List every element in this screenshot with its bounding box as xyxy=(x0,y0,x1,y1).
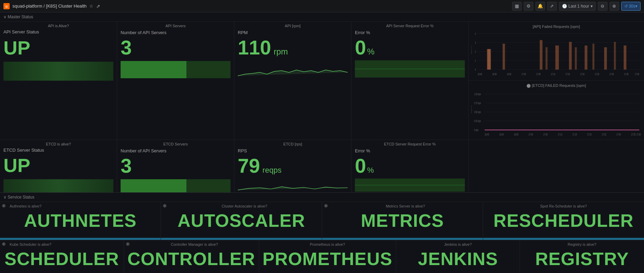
master-status-header[interactable]: ∨ Master Status xyxy=(0,12,644,22)
etcd-right-spacer xyxy=(469,140,644,192)
svg-text:Ops/s: Ops/s xyxy=(471,105,472,114)
zoom-in-icon[interactable]: ⊕ xyxy=(610,2,619,11)
bar-chart-icon[interactable]: ▦ xyxy=(512,2,522,11)
api-rpm-value: 110 xyxy=(238,36,271,59)
rescheduler-name: RESCHEDULER xyxy=(487,210,641,232)
svg-text:17:05: 17:05 xyxy=(543,132,548,136)
etcd-rps-panel: ETCD [rps] RPS 79 reqps xyxy=(234,140,351,192)
master-status-grid: API is Alive? API Server Status UP API S… xyxy=(0,22,644,140)
service-row-2: i Kube Scheduler is alive? SCHEDULER i C… xyxy=(0,240,644,273)
refresh-button[interactable]: ↺ 30s ▾ xyxy=(621,2,641,11)
svg-text:1: 1 xyxy=(475,59,476,62)
service-panel-jenkins: Jenkins is alive? JENKINS xyxy=(396,240,520,273)
registry-name: REGISTRY xyxy=(523,248,641,270)
svg-text:17:20: 17:20 xyxy=(580,72,585,76)
svg-text:0: 0 xyxy=(475,68,476,71)
refresh-chevron: ▾ xyxy=(635,4,637,9)
star-icon[interactable]: ☆ xyxy=(89,3,93,9)
etcd-error-label: Error % xyxy=(351,147,468,153)
api-failed-chart-title: [API] Failed Requests [opm] xyxy=(469,23,644,29)
api-rpm-label: RPM xyxy=(234,29,351,35)
share-dashboard-icon[interactable]: ⇗ xyxy=(547,2,557,11)
etcd-servers-value: 3 xyxy=(117,153,234,177)
svg-rect-26 xyxy=(624,46,626,70)
svg-text:17:05: 17:05 xyxy=(536,72,541,76)
etcd-rps-value: 79 xyxy=(238,154,260,177)
svg-rect-18 xyxy=(545,47,548,70)
prometheus-title: Prometheus is alive? xyxy=(263,242,392,246)
controller-name: CONTROLLER xyxy=(127,248,255,270)
svg-text:16:45: 16:45 xyxy=(478,72,482,76)
etcd-alive-title: ETCD is alive? xyxy=(0,140,117,147)
refresh-label: 30s xyxy=(629,4,635,9)
svg-text:16:45: 16:45 xyxy=(485,132,489,136)
scheduler-title: Kube Scheduler is alive? xyxy=(3,242,120,246)
svg-text:17:15: 17:15 xyxy=(573,132,577,136)
jenkins-name: JENKINS xyxy=(400,248,517,270)
api-rpm-panel: API [rpm] RPM 110 rpm xyxy=(234,22,351,140)
service-panel-scheduler: i Kube Scheduler is alive? SCHEDULER xyxy=(0,240,124,273)
svg-rect-24 xyxy=(604,47,607,70)
svg-text:16:50: 16:50 xyxy=(492,72,497,76)
svg-text:0.75 ops: 0.75 ops xyxy=(474,101,481,105)
api-error-label: Error % xyxy=(351,29,468,35)
refresh-icon: ↺ xyxy=(624,4,628,9)
etcd-status-grid: ETCD is alive? ETCD Server Status UP ETC… xyxy=(0,140,644,193)
svg-text:0.25 ops: 0.25 ops xyxy=(474,119,481,123)
topbar: G squad-platform / [K8S] Cluster Health … xyxy=(0,0,644,12)
svg-rect-19 xyxy=(555,46,559,70)
service-panel-rescheduler: Spot Re-Scheduler is alive? RESCHEDULER xyxy=(483,202,644,240)
service-status-header[interactable]: ∨ Service Status xyxy=(0,193,644,202)
authnetes-name: AUTHNETES xyxy=(3,210,157,232)
metrics-name: METRICS xyxy=(326,210,479,232)
svg-text:4: 4 xyxy=(475,32,476,36)
panel-indicator: i xyxy=(2,204,6,208)
topbar-left: G squad-platform / [K8S] Cluster Health … xyxy=(3,3,100,9)
api-rpm-title: API [rpm] xyxy=(234,22,351,29)
zoom-out-icon[interactable]: ⊖ xyxy=(598,2,607,11)
time-range-picker[interactable]: 🕐 Last 1 hour ▾ xyxy=(559,2,596,11)
etcd-failed-chart-title: ⬤ [ETCD] FAILED Requests [opm] xyxy=(469,82,644,88)
rescheduler-title: Spot Re-Scheduler is alive? xyxy=(487,204,641,208)
chevron-down-icon: ▾ xyxy=(591,4,593,9)
etcd-alive-panel: ETCD is alive? ETCD Server Status UP xyxy=(0,140,117,192)
etcd-error-unit: % xyxy=(367,166,374,174)
svg-text:17:30: 17:30 xyxy=(610,72,614,76)
svg-text:16:55: 16:55 xyxy=(507,72,511,76)
share-icon[interactable]: ⇗ xyxy=(96,3,100,9)
etcd-rps-label: RPS xyxy=(234,147,351,153)
api-status-value: UP xyxy=(3,37,30,59)
svg-text:17:40: 17:40 xyxy=(635,72,639,76)
metrics-title: Metrics Server is alive? xyxy=(326,204,479,208)
svg-text:17:35: 17:35 xyxy=(624,72,628,76)
svg-text:G: G xyxy=(6,4,8,8)
api-server-label: API Server Status xyxy=(0,29,117,34)
svg-rect-21 xyxy=(575,47,577,70)
autoscaler-title: Cluster Autoscaler is alive? xyxy=(164,204,318,208)
etcd-error-value: 0 xyxy=(355,154,366,177)
api-servers-value: 3 xyxy=(117,35,234,59)
settings-icon[interactable]: ⚙ xyxy=(524,2,533,11)
api-alive-title: API is Alive? xyxy=(0,22,117,29)
svg-rect-15 xyxy=(487,49,490,69)
api-servers-panel: API Servers Number of API Servers 3 xyxy=(117,22,234,140)
api-servers-title: API Servers xyxy=(117,22,234,29)
etcd-rps-title: ETCD [rps] xyxy=(234,140,351,147)
svg-rect-16 xyxy=(503,44,505,70)
api-rpm-unit: rpm xyxy=(274,47,288,56)
api-error-title: API Server Request Error % xyxy=(351,22,468,29)
api-alive-panel: API is Alive? API Server Status UP xyxy=(0,22,117,140)
svg-text:3: 3 xyxy=(475,41,476,44)
etcd-servers-label: Number of API Servers xyxy=(117,147,234,153)
service-panel-metrics: i Metrics Server is alive? METRICS xyxy=(322,202,483,240)
etcd-status-value: UP xyxy=(0,153,117,176)
service-panel-autoscaler: i Cluster Autoscaler is alive? AUTOSCALE… xyxy=(161,202,322,240)
etcd-servers-panel: ETCD Servers Number of API Servers 3 xyxy=(117,140,234,192)
svg-rect-20 xyxy=(569,42,572,70)
svg-text:17:25: 17:25 xyxy=(595,72,599,76)
svg-text:17:00: 17:00 xyxy=(522,72,526,76)
svg-text:17:10: 17:10 xyxy=(551,72,555,76)
svg-text:17:35: 17:35 xyxy=(631,132,636,136)
bell-icon[interactable]: 🔔 xyxy=(535,2,545,11)
svg-text:0.50 ops: 0.50 ops xyxy=(474,110,481,114)
